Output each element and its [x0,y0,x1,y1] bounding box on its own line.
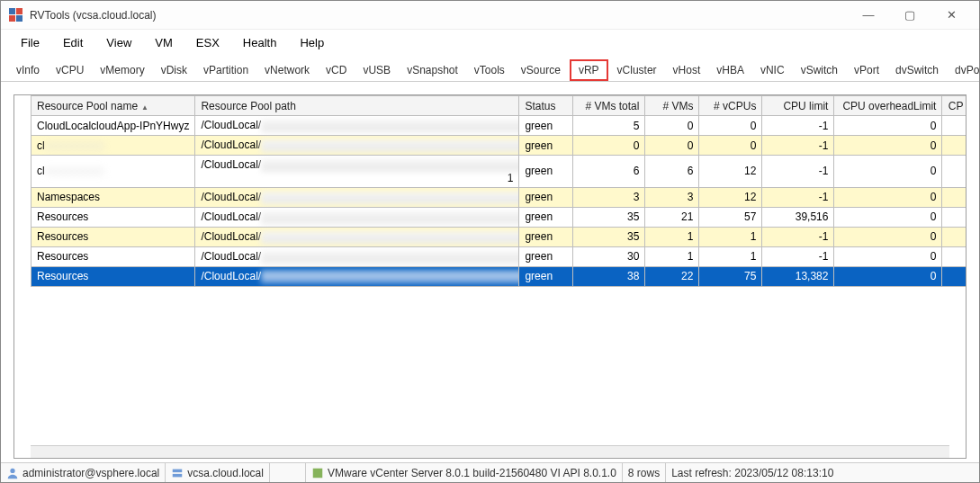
col-cpu_overhead[interactable]: CPU overheadLimit [834,96,942,116]
tab-vcpu[interactable]: vCPU [48,59,92,81]
tab-vtools[interactable]: vTools [466,59,513,81]
minimize-button[interactable]: — [848,1,889,30]
tab-vhost[interactable]: vHost [665,59,709,81]
table-row[interactable]: clxxxxxxxxxxx/CloudLocal/green000-10 [31,136,967,156]
table-row[interactable]: CloudLocalcloudApp-IPnYHwyz/CloudLocal/g… [31,116,967,136]
table-row[interactable]: Resources/CloudLocal/green35215739,5160 [31,207,967,227]
table-row[interactable]: clxxxxxxxxxxx/CloudLocal/1green6612-10 [31,156,967,188]
menu-edit[interactable]: Edit [52,33,94,52]
cell-vcpus: 12 [699,187,762,207]
tab-vsnapshot[interactable]: vSnapshot [399,59,466,81]
cell-vms: 1 [645,246,699,266]
user-icon [6,467,19,479]
cell-cp [942,116,966,136]
cell-vms: 6 [645,156,699,188]
tab-vpartition[interactable]: vPartition [195,59,256,81]
col-name[interactable]: Resource Pool name [31,96,195,116]
cell-status: green [519,246,573,266]
horizontal-scrollbar[interactable] [31,445,949,458]
cell-vms_total: 3 [573,187,645,207]
cell-cpu_limit: -1 [762,116,834,136]
cell-status: green [519,187,573,207]
tab-vsource[interactable]: vSource [513,59,569,81]
cell-vcpus: 57 [699,207,762,227]
grid-scroll[interactable]: Resource Pool nameResource Pool pathStat… [14,95,966,445]
svg-rect-3 [313,468,323,478]
cell-name: Resources [31,266,195,286]
table-header-row: Resource Pool nameResource Pool pathStat… [31,96,967,116]
cell-path: /CloudLocal/ [195,266,519,286]
cell-vms: 1 [645,227,699,246]
tab-dvport[interactable]: dvPort [947,59,980,81]
maximize-button[interactable]: ▢ [889,1,931,30]
cell-cp [942,207,966,227]
table-row[interactable]: Resources/CloudLocal/green3011-10 [31,246,967,266]
col-cp[interactable]: CP [942,96,966,116]
table-row[interactable]: Namespaces/CloudLocal/green3312-10 [31,187,967,207]
status-rowcount: 8 rows [623,463,666,482]
tab-vhba[interactable]: vHBA [708,59,752,81]
menu-file[interactable]: File [10,33,50,52]
cell-vcpus: 1 [699,227,762,246]
icon-sq-tl [9,8,15,14]
cell-cp [942,187,966,207]
cell-cpu_overhead: 0 [834,156,942,188]
tab-vdisk[interactable]: vDisk [153,59,195,81]
cell-cpu_overhead: 0 [834,136,942,156]
grid-container: Resource Pool nameResource Pool pathStat… [13,94,967,459]
menu-view[interactable]: View [95,33,142,52]
status-rowcount-text: 8 rows [628,467,660,479]
cell-path: /CloudLocal/ [195,136,519,156]
tab-vswitch[interactable]: vSwitch [793,59,846,81]
menu-vm[interactable]: VM [144,33,184,52]
cell-name: clxxxxxxxxxxx [31,136,195,156]
menu-health[interactable]: Health [232,33,288,52]
tab-vcluster[interactable]: vCluster [609,59,665,81]
tab-vrp[interactable]: vRP [570,59,608,81]
col-vcpus[interactable]: # vCPUs [699,96,762,116]
cell-status: green [519,227,573,246]
svg-rect-2 [173,473,183,477]
cell-cpu_overhead: 0 [834,266,942,286]
tab-dvswitch[interactable]: dvSwitch [887,59,947,81]
cell-cp [942,246,966,266]
tab-vport[interactable]: vPort [846,59,887,81]
vcenter-icon [311,467,324,479]
cell-status: green [519,266,573,286]
cell-path: /CloudLocal/ [195,227,519,246]
cell-name: Resources [31,227,195,246]
cell-path: /CloudLocal/1 [195,156,519,188]
col-path[interactable]: Resource Pool path [195,96,519,116]
cell-vms: 0 [645,116,699,136]
icon-sq-tr [16,8,22,14]
menu-esx[interactable]: ESX [185,33,230,52]
cell-name: clxxxxxxxxxxx [31,156,195,188]
cell-path: /CloudLocal/ [195,116,519,136]
cell-cpu_limit: -1 [762,246,834,266]
col-status[interactable]: Status [519,96,573,116]
tab-vusb[interactable]: vUSB [355,59,399,81]
status-server: vcsa.cloud.local [166,463,270,482]
cell-cpu_overhead: 0 [834,187,942,207]
status-gap [270,463,306,482]
tab-vcd[interactable]: vCD [318,59,355,81]
cell-vms_total: 5 [573,116,645,136]
tab-vmemory[interactable]: vMemory [92,59,152,81]
cell-vms: 21 [645,207,699,227]
table-row[interactable]: Resources/CloudLocal/green3511-10 [31,227,967,246]
table-row[interactable]: Resources/CloudLocal/green38227513,3820 [31,266,967,286]
col-vms[interactable]: # VMs [645,96,699,116]
cell-cpu_limit: -1 [762,227,834,246]
status-user: administrator@vsphere.local [1,463,166,482]
col-cpu_limit[interactable]: CPU limit [762,96,834,116]
close-button[interactable]: ✕ [931,1,972,30]
tab-vnic[interactable]: vNIC [752,59,793,81]
cell-path: /CloudLocal/ [195,207,519,227]
cell-path: /CloudLocal/ [195,187,519,207]
tab-vinfo[interactable]: vInfo [8,59,48,81]
status-version: VMware vCenter Server 8.0.1 build-215604… [306,463,623,482]
menu-help[interactable]: Help [289,33,335,52]
tab-vnetwork[interactable]: vNetwork [256,59,318,81]
col-vms_total[interactable]: # VMs total [573,96,645,116]
app-icon [8,8,22,22]
